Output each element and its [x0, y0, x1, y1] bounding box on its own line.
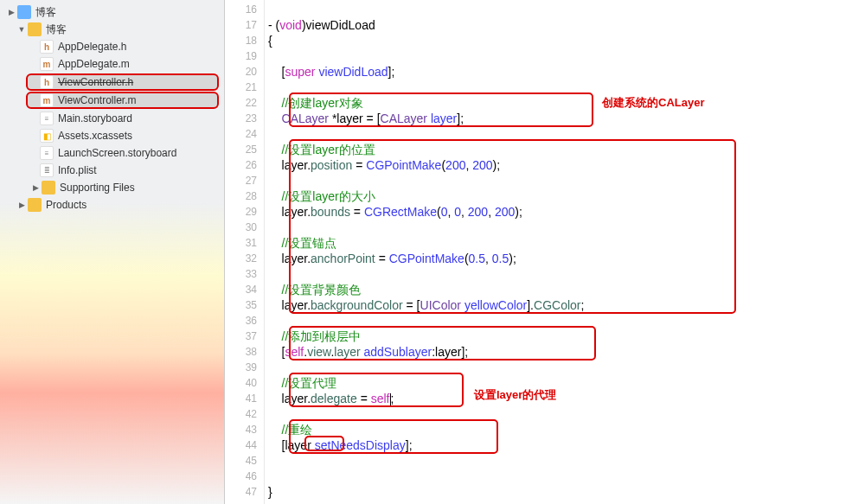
line-number: 42: [225, 406, 264, 422]
line-number: 37: [225, 329, 264, 344]
line-number: 32: [225, 251, 264, 266]
code-line: layer.delegate = self;: [265, 391, 852, 406]
root-project[interactable]: ▶ 博客: [0, 3, 224, 21]
code-line: //重绘: [265, 422, 852, 437]
line-number: 28: [225, 188, 264, 204]
group-products[interactable]: ▶ Products: [0, 196, 224, 214]
code-line: [self.view.layer addSublayer:layer];: [265, 344, 852, 360]
line-number: 30: [225, 220, 264, 235]
line-number: 45: [225, 453, 264, 469]
project-navigator[interactable]: ▶ 博客 ▼ 博客 h AppDelegate.h m AppDelegate.…: [0, 0, 225, 504]
code-line: //添加到根层中: [265, 329, 852, 344]
code-line: [265, 126, 852, 142]
file-assets[interactable]: ◧ Assets.xcassets: [0, 127, 224, 144]
code-line: //设置代理: [265, 375, 852, 391]
code-area[interactable]: - (void)viewDidLoad { [super viewDidLoad…: [265, 0, 852, 504]
code-editor[interactable]: 1617181920212223242526272829303132333435…: [225, 0, 852, 504]
code-line: [265, 406, 852, 422]
annotation-text: 创建系统的CALayer: [602, 95, 704, 111]
line-number: 47: [225, 484, 264, 500]
line-number: 27: [225, 173, 264, 188]
code-line: {: [265, 33, 852, 48]
code-line: //创建layer对象: [265, 95, 852, 111]
line-number: 21: [225, 80, 264, 95]
line-number: 44: [225, 437, 264, 453]
line-number: 38: [225, 344, 264, 360]
impl-icon: m: [40, 57, 54, 71]
line-number: 26: [225, 157, 264, 173]
code-line: [265, 80, 852, 95]
group-folder[interactable]: ▼ 博客: [0, 21, 224, 38]
line-number: 43: [225, 422, 264, 437]
group-supporting[interactable]: ▶ Supporting Files: [0, 179, 224, 196]
folder-icon: [28, 22, 42, 36]
line-number: 35: [225, 297, 264, 313]
code-line: layer.position = CGPointMake(200, 200);: [265, 157, 852, 173]
storyboard-icon: ≡: [40, 146, 54, 160]
code-line: [265, 173, 852, 188]
file-appdelegate-m[interactable]: m AppDelegate.m: [0, 55, 224, 73]
code-line: [265, 48, 852, 64]
file-appdelegate-h[interactable]: h AppDelegate.h: [0, 38, 224, 55]
line-number: 19: [225, 48, 264, 64]
code-line: //设置layer的大小: [265, 188, 852, 204]
header-icon: h: [40, 40, 54, 54]
storyboard-icon: ≡: [40, 112, 54, 125]
header-icon: h: [40, 75, 54, 89]
code-line: [265, 313, 852, 329]
code-line: [layer setNeedsDisplay];: [265, 437, 852, 453]
file-info-plist[interactable]: ≣ Info.plist: [0, 162, 224, 179]
line-number: 18: [225, 33, 264, 48]
assets-icon: ◧: [40, 129, 54, 143]
code-line: //设置layer的位置: [265, 142, 852, 157]
code-line: [265, 453, 852, 469]
disclosure-icon[interactable]: ▼: [17, 25, 26, 34]
code-line: [265, 2, 852, 17]
code-line: [super viewDidLoad];: [265, 64, 852, 80]
line-number: 46: [225, 469, 264, 484]
disclosure-icon[interactable]: ▶: [17, 201, 26, 209]
code-line: //设置锚点: [265, 235, 852, 251]
code-line: [265, 360, 852, 375]
plist-icon: ≣: [40, 163, 54, 177]
code-line: [265, 266, 852, 282]
line-number: 29: [225, 204, 264, 220]
code-line: layer.bounds = CGRectMake(0, 0, 200, 200…: [265, 204, 852, 220]
group-label: 博客: [46, 22, 67, 37]
file-main-storyboard[interactable]: ≡ Main.storyboard: [0, 110, 224, 127]
line-number: 40: [225, 375, 264, 391]
folder-icon: [42, 181, 55, 195]
line-number: 23: [225, 111, 264, 126]
code-line: - (void)viewDidLoad: [265, 17, 852, 33]
line-number: 39: [225, 360, 264, 375]
line-number: 33: [225, 266, 264, 282]
file-launchscreen[interactable]: ≡ LaunchScreen.storyboard: [0, 144, 224, 162]
disclosure-icon[interactable]: ▶: [7, 8, 16, 16]
line-number: 31: [225, 235, 264, 251]
code-line: [265, 469, 852, 484]
disclosure-icon[interactable]: ▶: [31, 183, 40, 192]
line-number: 41: [225, 391, 264, 406]
line-number: 34: [225, 282, 264, 297]
project-icon: [17, 5, 31, 19]
line-number: 17: [225, 17, 264, 33]
line-number: 24: [225, 126, 264, 142]
code-line: CALayer *layer = [CALayer layer];: [265, 111, 852, 126]
file-viewcontroller-m[interactable]: m ViewController.m: [26, 92, 219, 109]
file-viewcontroller-h[interactable]: h ViewController.h: [26, 73, 219, 91]
code-line: layer.anchorPoint = CGPointMake(0.5, 0.5…: [265, 251, 852, 266]
code-line: layer.backgroundColor = [UIColor yellowC…: [265, 297, 852, 313]
root-label: 博客: [35, 5, 56, 20]
annotation-text: 设置layer的代理: [474, 387, 556, 403]
code-line: [265, 220, 852, 235]
code-line: //设置背景颜色: [265, 282, 852, 297]
line-number: 36: [225, 313, 264, 329]
line-number: 25: [225, 142, 264, 157]
line-gutter: 1617181920212223242526272829303132333435…: [225, 0, 265, 504]
code-line: }: [265, 484, 852, 500]
impl-icon: m: [40, 93, 54, 107]
line-number: 22: [225, 95, 264, 111]
line-number: 16: [225, 2, 264, 17]
line-number: 20: [225, 64, 264, 80]
folder-icon: [28, 198, 42, 212]
